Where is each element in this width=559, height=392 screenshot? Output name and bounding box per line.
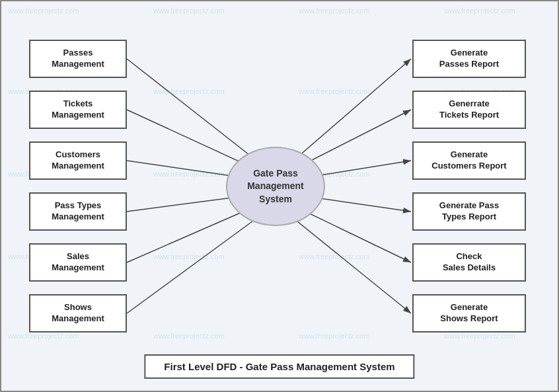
- tickets-management-box: TicketsManagement: [29, 91, 127, 129]
- shows-management-box: ShowsManagement: [29, 294, 127, 333]
- gen-tickets-report-box: GenerrateTickets Report: [412, 91, 526, 129]
- passes-management-box: PassesManagement: [29, 40, 127, 78]
- passtypes-management-box: Pass TypesManagement: [29, 192, 127, 231]
- svg-line-7: [127, 210, 268, 313]
- svg-line-13: [283, 210, 411, 313]
- diagram-caption: First Level DFD - Gate Pass Management S…: [144, 354, 414, 379]
- gen-customers-report-box: GenerateCustomers Report: [412, 141, 526, 180]
- gen-passtypes-report-box: Generate PassTypes Report: [412, 192, 526, 231]
- gen-passes-report-box: GeneratePasses Report: [412, 40, 526, 78]
- customers-management-box: CustomersManagement: [29, 141, 127, 180]
- diagram-container: www.freeprojectz.com www.freeprojectz.co…: [0, 0, 559, 392]
- sales-management-box: SalesManagement: [29, 243, 127, 282]
- center-process-ellipse: Gate PassManagementSystem: [226, 147, 325, 226]
- gen-shows-report-box: GenerateShows Report: [412, 294, 526, 333]
- svg-line-2: [127, 59, 268, 169]
- check-sales-details-box: CheckSales Details: [412, 243, 526, 282]
